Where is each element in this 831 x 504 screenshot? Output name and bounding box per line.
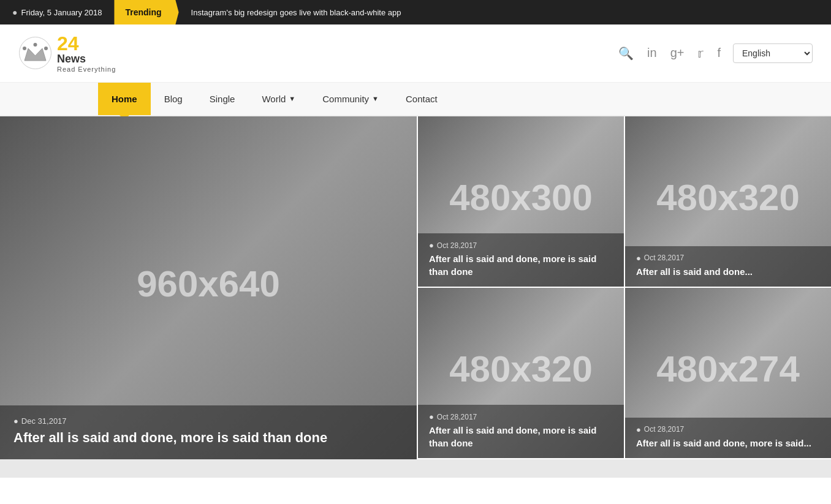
logo-text: 24 News Read Everything xyxy=(57,34,116,73)
logo-tagline: Read Everything xyxy=(57,66,116,73)
hero-top-right-1-title: After all is said and done, more is said… xyxy=(429,253,613,278)
logo-news: News xyxy=(57,53,116,66)
hero-main-date-text: Dec 31,2017 xyxy=(21,416,67,426)
logo-crown-icon xyxy=(18,36,52,70)
hero-top-right-2-date-text: Oct 28,2017 xyxy=(644,254,684,262)
hero-top-right-1-date-text: Oct 28,2017 xyxy=(437,241,477,250)
nav-item-world[interactable]: World ▼ xyxy=(248,83,309,115)
top-bar: ● Friday, 5 January 2018 Trending Instag… xyxy=(0,0,831,24)
hero-top-right-1-date: ● Oct 28,2017 xyxy=(429,241,613,250)
hero-bottom-right-1-info: ● Oct 28,2017 After all is said and done… xyxy=(418,405,624,458)
nav-label-single: Single xyxy=(210,94,235,104)
hero-bottom-right-2-clock-icon: ● xyxy=(636,425,641,434)
hero-grid: 960x640 ● Dec 31,2017 After all is said … xyxy=(0,116,831,459)
hero-bottom-right-1-title: After all is said and done, more is said… xyxy=(429,424,613,449)
svg-point-5 xyxy=(44,47,48,50)
hero-main-size-label: 960x640 xyxy=(137,262,280,304)
date-section: ● Friday, 5 January 2018 xyxy=(12,7,102,17)
nav-label-blog: Blog xyxy=(164,94,183,104)
hero-main-info: ● Dec 31,2017 After all is said and done… xyxy=(0,405,417,459)
svg-point-3 xyxy=(23,47,26,50)
hero-bottom-right-1-date-text: Oct 28,2017 xyxy=(437,413,477,421)
nav-item-community[interactable]: Community ▼ xyxy=(309,83,392,115)
hero-bottom-right-2-info: ● Oct 28,2017 After all is said and done… xyxy=(625,418,831,458)
twitter-icon[interactable]: 𝕣 xyxy=(697,46,704,61)
nav-item-home[interactable]: Home xyxy=(98,83,151,115)
language-selector[interactable]: English French Spanish Arabic xyxy=(733,43,813,63)
facebook-icon[interactable]: f xyxy=(717,46,721,60)
nav-item-contact[interactable]: Contact xyxy=(392,83,451,115)
nav-label-world: World xyxy=(262,94,286,104)
hero-top-right-1-info: ● Oct 28,2017 After all is said and done… xyxy=(418,233,624,287)
hero-main-card[interactable]: 960x640 ● Dec 31,2017 After all is said … xyxy=(0,116,417,459)
nav-item-single[interactable]: Single xyxy=(196,83,249,115)
main-nav: Home Blog Single World ▼ Community ▼ Con… xyxy=(0,83,831,116)
hero-top-right-1-size: 480x300 xyxy=(449,176,593,218)
google-plus-icon[interactable]: g+ xyxy=(670,46,685,60)
hero-top-right-1[interactable]: 480x300 ● Oct 28,2017 After all is said … xyxy=(417,116,624,288)
trending-text: Instagram's big redesign goes live with … xyxy=(191,8,401,17)
hero-main-date: ● Dec 31,2017 xyxy=(13,416,403,426)
hero-bottom-right-1-size: 480x320 xyxy=(449,347,593,389)
hero-bottom-right-1-clock-icon: ● xyxy=(429,412,434,421)
header: 24 News Read Everything 🔍 in g+ 𝕣 f Engl… xyxy=(0,24,831,83)
trending-badge: Trending xyxy=(114,0,178,24)
hero-bottom-right-2-date: ● Oct 28,2017 xyxy=(636,425,820,434)
hero-top-right-2-date: ● Oct 28,2017 xyxy=(636,254,820,263)
hero-main-title: After all is said and done, more is said… xyxy=(13,429,403,447)
nav-label-contact: Contact xyxy=(406,94,438,104)
nav-label-community: Community xyxy=(322,94,369,104)
hero-bottom-right-2-size: 480x274 xyxy=(656,347,800,389)
logo-number: 24 xyxy=(57,34,116,53)
hero-top-right-2-clock-icon: ● xyxy=(636,254,641,263)
linkedin-icon[interactable]: in xyxy=(647,46,657,60)
nav-label-home: Home xyxy=(112,94,137,104)
date-text: Friday, 5 January 2018 xyxy=(21,8,102,17)
hero-bottom-right-1[interactable]: 480x320 ● Oct 28,2017 After all is said … xyxy=(417,288,624,459)
hero-top-right-2-title: After all is said and done... xyxy=(636,266,820,278)
svg-point-0 xyxy=(20,37,51,69)
hero-top-right-2-info: ● Oct 28,2017 After all is said and done… xyxy=(625,246,831,287)
hero-main-clock-icon: ● xyxy=(13,416,18,426)
hero-top-right-2[interactable]: 480x320 ● Oct 28,2017 After all is said … xyxy=(624,116,831,288)
header-icons: 🔍 in g+ 𝕣 f xyxy=(618,46,721,61)
search-icon[interactable]: 🔍 xyxy=(618,46,634,61)
hero-bottom-right-1-date: ● Oct 28,2017 xyxy=(429,412,613,421)
trending-label: Trending xyxy=(125,7,161,17)
hero-top-right-2-size: 480x320 xyxy=(656,176,800,218)
world-caret-icon: ▼ xyxy=(289,95,295,102)
header-right: 🔍 in g+ 𝕣 f English French Spanish Arabi… xyxy=(618,43,813,63)
svg-point-4 xyxy=(34,43,37,47)
hero-bottom-right-2[interactable]: 480x274 ● Oct 28,2017 After all is said … xyxy=(624,288,831,459)
bottom-strip xyxy=(0,459,831,478)
community-caret-icon: ▼ xyxy=(372,95,379,102)
clock-icon: ● xyxy=(12,7,17,17)
hero-bottom-right-2-date-text: Oct 28,2017 xyxy=(644,425,684,434)
hero-top-right-1-clock-icon: ● xyxy=(429,241,434,250)
logo[interactable]: 24 News Read Everything xyxy=(18,34,116,73)
nav-item-blog[interactable]: Blog xyxy=(151,83,196,115)
hero-bottom-right-2-title: After all is said and done, more is said… xyxy=(636,437,820,449)
